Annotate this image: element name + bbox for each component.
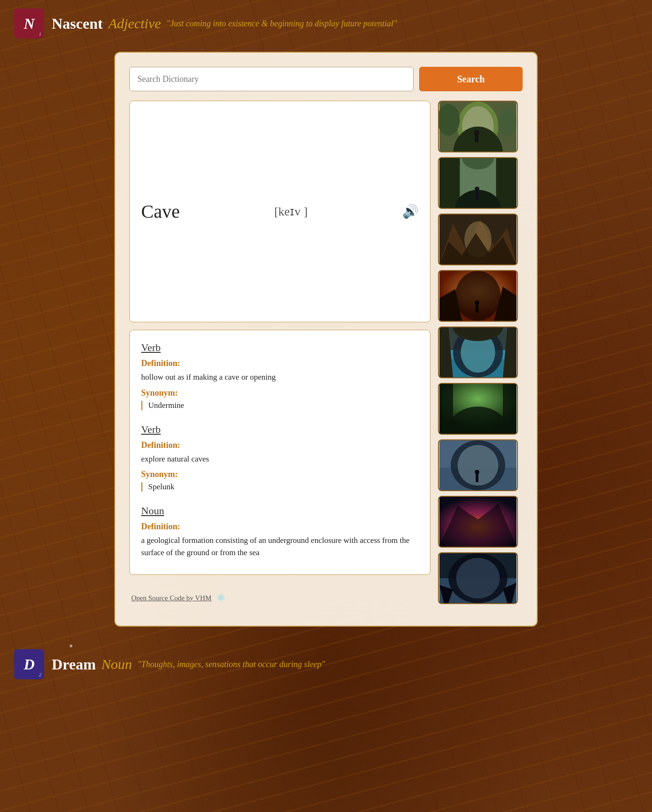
header-word: Nascent: [52, 15, 103, 32]
bottom-header-quote: "Thoughts, images, sensations that occur…: [138, 660, 325, 669]
definitions-col: Verb Definition: hollow out as if making…: [129, 330, 430, 575]
search-row: Search: [129, 67, 523, 91]
top-header: N Nascent Adjective "Just coming into ex…: [0, 0, 652, 47]
word-and-images-row: Cave [keɪv ] 🔊 Verb Definition: hollow o…: [129, 101, 523, 604]
footer-link-row: Open Source Code by VHM ⚛: [129, 592, 430, 604]
svg-rect-64: [439, 553, 517, 603]
syn-label-2: Synonym:: [141, 470, 419, 479]
svg-rect-57: [439, 497, 517, 547]
main-card: Search Cave [keɪv ] 🔊 Verb Definition:: [114, 52, 538, 627]
def-section-3: Noun Definition: a geological formation …: [141, 505, 419, 558]
cave-image-4[interactable]: [438, 270, 518, 322]
def-text-3: a geological formation consisting of an …: [141, 534, 419, 558]
syn-text-2: Spelunk: [148, 482, 175, 491]
cave-image-1[interactable]: [438, 101, 518, 152]
cave-image-8[interactable]: [438, 496, 518, 548]
def-section-1: Verb Definition: hollow out as if making…: [141, 342, 419, 410]
svg-rect-53: [439, 440, 517, 490]
pos-label-2: Verb: [141, 423, 419, 436]
syn-box-1: Undermine: [141, 401, 419, 410]
pos-label-1: Verb: [141, 342, 419, 354]
header-text: Nascent Adjective "Just coming into exis…: [52, 15, 397, 32]
svg-rect-46: [439, 384, 517, 434]
search-button[interactable]: Search: [419, 67, 523, 91]
logo-letter-d: D: [24, 656, 34, 673]
logo-letter: N: [24, 15, 34, 32]
bottom-header-word: Dream: [52, 656, 96, 673]
sound-icon[interactable]: 🔊: [402, 204, 419, 219]
svg-rect-18: [439, 158, 517, 208]
open-source-link[interactable]: Open Source Code by VHM: [131, 594, 212, 602]
def-section-2: Verb Definition: explore natural caves S…: [141, 423, 419, 492]
react-icon: ⚛: [216, 592, 226, 604]
word-title-box: Cave [keɪv ] 🔊: [129, 101, 430, 322]
header-quote: "Just coming into existence & beginning …: [167, 19, 397, 29]
pos-label-3: Noun: [141, 505, 419, 517]
svg-rect-23: [439, 215, 517, 264]
header-pos: Adjective: [108, 16, 161, 32]
svg-rect-31: [439, 271, 517, 321]
images-col: [438, 101, 523, 604]
bottom-header-pos: Noun: [102, 656, 132, 672]
logo-tile-n: N: [14, 8, 44, 39]
cave-image-6[interactable]: [438, 383, 518, 435]
def-text-2: explore natural caves: [141, 453, 419, 465]
logo-tile-d: D: [14, 649, 44, 679]
def-label-3: Definition:: [141, 522, 419, 532]
cave-image-9[interactable]: [438, 552, 518, 604]
syn-label-1: Synonym:: [141, 388, 419, 398]
cave-image-3[interactable]: [438, 214, 518, 265]
cave-image-5[interactable]: [438, 326, 518, 378]
cave-image-2[interactable]: [438, 157, 518, 209]
word-phonetic: [keɪv ]: [274, 204, 308, 219]
def-label-2: Definition:: [141, 440, 419, 450]
def-text-1: hollow out as if making a cave or openin…: [141, 371, 419, 383]
syn-text-1: Undermine: [148, 401, 184, 410]
search-input[interactable]: [129, 67, 413, 91]
bottom-header: D Dream Noun "Thoughts, images, sensatio…: [0, 641, 652, 688]
word-title: Cave: [141, 200, 180, 223]
bottom-header-text: Dream Noun "Thoughts, images, sensations…: [52, 656, 325, 673]
svg-rect-40: [439, 327, 517, 377]
syn-box-2: Spelunk: [141, 482, 419, 492]
dots-decoration: [70, 645, 72, 647]
cave-image-7[interactable]: [438, 439, 518, 491]
def-label-1: Definition:: [141, 358, 419, 368]
svg-rect-8: [439, 102, 517, 151]
